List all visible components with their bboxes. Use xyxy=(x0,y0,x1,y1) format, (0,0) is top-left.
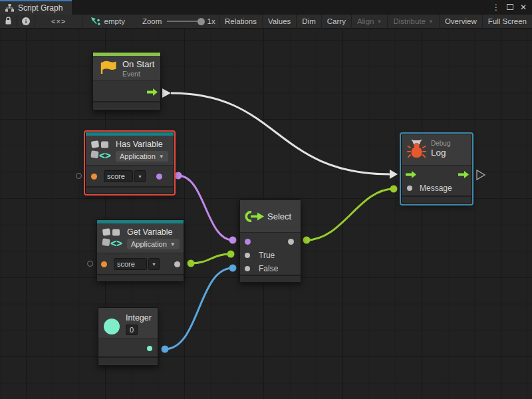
selection-cursor-icon xyxy=(90,17,101,26)
lock-icon xyxy=(5,17,12,27)
kebab-menu-icon[interactable]: ⋮ xyxy=(492,3,500,11)
bug-icon xyxy=(407,139,426,163)
info-button[interactable]: i xyxy=(17,15,35,29)
unconnected-input-port[interactable] xyxy=(87,261,93,267)
false-input-port[interactable] xyxy=(245,266,250,271)
maximize-icon[interactable] xyxy=(507,3,513,11)
overview-button[interactable]: Overview xyxy=(440,15,483,29)
message-input-port[interactable] xyxy=(407,186,412,191)
variable-name-field[interactable] xyxy=(104,170,133,182)
zoom-slider[interactable] xyxy=(167,21,203,22)
selection-output-port[interactable] xyxy=(288,239,294,245)
variable-icon: <> xyxy=(102,226,124,254)
node-title: Get Variable xyxy=(127,227,173,237)
chevron-down-icon: ▼ xyxy=(376,19,382,25)
chevron-down-icon: ▼ xyxy=(428,19,434,25)
variable-name-input-port[interactable] xyxy=(91,174,97,180)
variable-name-dropdown[interactable]: ▼ xyxy=(134,170,146,182)
flow-output-port[interactable] xyxy=(147,87,158,99)
variable-scope-dropdown[interactable]: Application▼ xyxy=(116,151,168,162)
info-icon: i xyxy=(22,17,30,25)
full-screen-button[interactable]: Full Screen xyxy=(483,15,532,29)
node-title: Select xyxy=(267,211,291,221)
node-title: On Start xyxy=(122,59,154,69)
lock-button[interactable] xyxy=(0,15,17,29)
script-graph-window: Script Graph ⋮ ✕ i <×> xyxy=(0,0,532,399)
graph-hierarchy-icon xyxy=(5,4,14,12)
node-footer xyxy=(240,275,301,282)
node-has-variable[interactable]: <> Has Variable Application▼ ▼ xyxy=(85,132,174,194)
node-debug-log[interactable]: Debug Log Message xyxy=(401,134,472,204)
integer-value-field[interactable] xyxy=(126,325,138,335)
node-footer xyxy=(98,356,158,364)
carry-button[interactable]: Carry xyxy=(322,15,352,29)
true-input-port[interactable] xyxy=(245,253,250,258)
node-surtitle: Debug xyxy=(431,140,450,147)
zoom-label: Zoom xyxy=(142,17,162,25)
code-preview-button[interactable]: <×> xyxy=(35,15,82,29)
node-title: Integer xyxy=(126,313,152,323)
variable-icon: <> xyxy=(90,138,112,166)
integer-output-port[interactable] xyxy=(147,346,152,351)
node-title: Log xyxy=(431,148,446,158)
zoom-value: 1x xyxy=(207,17,215,25)
node-footer xyxy=(93,101,160,108)
node-get-variable[interactable]: <> Get Variable Application▼ ▼ xyxy=(96,219,184,281)
flag-icon xyxy=(100,59,118,80)
tab-script-graph[interactable]: Script Graph xyxy=(0,0,72,15)
tab-bar: Script Graph ⋮ ✕ xyxy=(0,0,532,15)
graph-toolbar: i <×> empty Zoom 1x Relations Values Dim… xyxy=(0,15,532,29)
selection-status-label: empty xyxy=(104,17,125,25)
node-footer xyxy=(402,196,471,203)
distribute-dropdown-button[interactable]: Distribute▼ xyxy=(388,15,440,29)
relations-button[interactable]: Relations xyxy=(219,15,263,29)
tab-title: Script Graph xyxy=(18,3,63,13)
window-controls: ⋮ ✕ xyxy=(492,0,532,15)
unconnected-input-port[interactable] xyxy=(76,173,82,179)
svg-text:<>: <> xyxy=(99,150,111,162)
chevron-down-icon: ▼ xyxy=(170,241,176,247)
select-merge-icon xyxy=(244,208,265,227)
value-output-port[interactable] xyxy=(174,261,180,267)
message-port-label: Message xyxy=(420,184,452,193)
node-footer xyxy=(86,186,174,194)
variable-name-field[interactable] xyxy=(114,258,147,270)
node-subtitle: Event xyxy=(122,70,140,78)
chevron-down-icon: ▼ xyxy=(159,154,164,160)
false-port-label: False xyxy=(259,264,278,273)
node-title: Has Variable xyxy=(116,140,163,149)
node-select[interactable]: Select True False xyxy=(239,200,301,283)
integer-circle-icon xyxy=(104,319,120,334)
angle-x-icon: <×> xyxy=(51,17,66,25)
flow-output-port[interactable] xyxy=(458,170,469,182)
true-port-label: True xyxy=(259,251,275,260)
variable-name-input-port[interactable] xyxy=(101,261,107,267)
node-integer[interactable]: Integer xyxy=(98,307,158,366)
zoom-slider-handle[interactable] xyxy=(198,18,205,25)
variable-name-dropdown[interactable]: ▼ xyxy=(148,258,160,270)
bool-output-port[interactable] xyxy=(156,174,162,180)
dim-button[interactable]: Dim xyxy=(297,15,321,29)
svg-text:<>: <> xyxy=(110,237,122,249)
align-dropdown-button[interactable]: Align▼ xyxy=(352,15,388,29)
close-icon[interactable]: ✕ xyxy=(520,3,527,11)
condition-input-port[interactable] xyxy=(245,239,251,245)
node-on-start[interactable]: On Start Event xyxy=(92,52,161,110)
flow-input-port[interactable] xyxy=(406,170,416,182)
values-button[interactable]: Values xyxy=(263,15,297,29)
node-footer xyxy=(97,274,184,281)
variable-scope-dropdown[interactable]: Application▼ xyxy=(127,239,180,249)
